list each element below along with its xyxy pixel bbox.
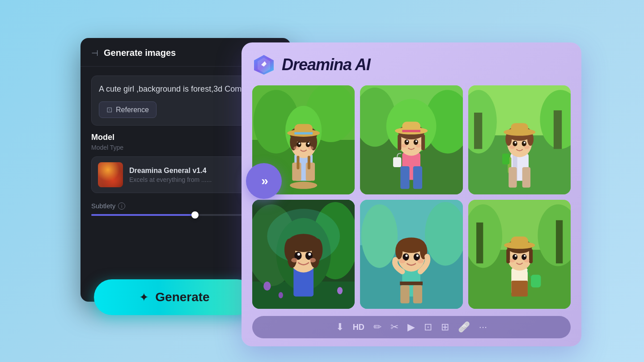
svg-point-132: [524, 259, 529, 262]
svg-rect-33: [413, 166, 422, 189]
reference-button[interactable]: ⊡ Reference: [99, 101, 157, 118]
svg-rect-38: [421, 135, 425, 151]
svg-rect-117: [556, 220, 563, 264]
svg-point-104: [395, 243, 402, 260]
svg-point-42: [405, 139, 409, 145]
crop-icon[interactable]: ⊡: [424, 321, 432, 333]
svg-point-43: [414, 139, 418, 145]
dreamina-logo: [252, 53, 275, 76]
slider-fill: [91, 214, 195, 216]
svg-rect-17: [294, 132, 313, 135]
model-thumbnail: [98, 162, 123, 187]
svg-rect-24: [297, 156, 299, 170]
svg-point-108: [406, 255, 408, 257]
svg-point-91: [263, 282, 271, 290]
svg-point-70: [524, 145, 529, 149]
slider-thumb[interactable]: [191, 211, 199, 219]
svg-point-18: [297, 142, 301, 147]
svg-point-129: [515, 255, 517, 257]
svg-point-47: [416, 144, 421, 147]
svg-point-111: [417, 259, 424, 263]
scene: ⊣ Generate images A cute girl ,backgroun…: [54, 20, 590, 342]
generate-icon: ✦: [139, 290, 149, 304]
more-options-icon[interactable]: ···: [479, 321, 487, 333]
svg-point-44: [407, 140, 408, 142]
dreamina-header: Dreamina AI: [252, 53, 571, 76]
svg-point-21: [308, 143, 309, 144]
right-panel: Dreamina AI: [242, 42, 581, 346]
sidebar-toggle-icon[interactable]: ⊣: [91, 48, 98, 58]
svg-rect-124: [529, 249, 533, 264]
svg-point-46: [402, 144, 407, 147]
svg-rect-53: [554, 110, 562, 149]
generated-image-4[interactable]: [252, 200, 355, 309]
hd-button[interactable]: HD: [353, 323, 364, 332]
magic-eraser-icon[interactable]: ✂: [390, 321, 398, 333]
svg-point-110: [399, 259, 406, 263]
svg-point-19: [306, 142, 310, 147]
svg-point-66: [521, 141, 526, 146]
edit-icon[interactable]: ✏: [373, 321, 381, 333]
arrow-forward-button[interactable]: »: [246, 163, 282, 199]
svg-rect-64: [511, 123, 528, 133]
svg-rect-34: [393, 157, 401, 167]
generated-image-5[interactable]: [360, 200, 462, 309]
svg-rect-123: [506, 249, 510, 264]
svg-point-23: [308, 146, 314, 150]
svg-point-131: [509, 259, 515, 262]
generated-image-3[interactable]: [468, 85, 571, 194]
generate-label: Generate: [155, 290, 209, 304]
image-toolbar: ⬇ HD ✏ ✂ ▶ ⊡ ⊞ 🩹 ···: [252, 316, 571, 338]
dreamina-logo-svg: [253, 54, 275, 76]
svg-rect-37: [398, 135, 401, 151]
svg-rect-25: [308, 156, 310, 170]
svg-point-93: [279, 292, 283, 298]
svg-rect-120: [531, 275, 541, 287]
resize-icon[interactable]: ⊞: [441, 321, 449, 333]
svg-point-90: [309, 258, 316, 262]
svg-rect-71: [502, 154, 509, 164]
svg-rect-116: [476, 223, 483, 263]
svg-point-130: [524, 255, 525, 257]
download-icon[interactable]: ⬇: [336, 321, 344, 333]
svg-point-20: [298, 143, 300, 144]
svg-rect-32: [401, 166, 410, 189]
subtlety-info-icon[interactable]: i: [118, 202, 125, 210]
svg-point-89: [291, 258, 297, 262]
reference-label: Reference: [116, 106, 149, 114]
generate-button[interactable]: ✦ Generate: [94, 279, 255, 315]
panel-title: Generate images: [104, 48, 176, 58]
svg-point-88: [308, 253, 311, 256]
generated-image-2[interactable]: [360, 85, 462, 194]
model-thumb-image: [98, 162, 123, 187]
svg-rect-101: [413, 285, 422, 303]
svg-point-7: [290, 182, 317, 189]
svg-point-87: [297, 253, 300, 256]
bandaid-icon[interactable]: 🩹: [458, 321, 470, 333]
subtlety-label-text: Subtlety: [91, 202, 115, 210]
svg-rect-52: [474, 113, 482, 149]
svg-point-65: [513, 141, 517, 146]
dreamina-title: Dreamina AI: [282, 55, 370, 74]
svg-point-109: [416, 255, 419, 257]
svg-rect-100: [401, 285, 410, 303]
svg-point-92: [337, 287, 343, 294]
svg-rect-119: [511, 281, 528, 297]
generated-image-6[interactable]: [468, 200, 571, 309]
svg-rect-57: [508, 167, 517, 188]
play-icon[interactable]: ▶: [407, 321, 415, 333]
svg-point-68: [523, 142, 525, 143]
arrow-forward-icon: »: [261, 174, 267, 188]
svg-rect-99: [400, 282, 423, 285]
reference-icon: ⊡: [106, 105, 112, 114]
svg-rect-58: [522, 167, 530, 188]
svg-rect-41: [402, 130, 421, 132]
svg-point-67: [514, 142, 516, 143]
svg-point-45: [415, 140, 417, 142]
svg-rect-126: [511, 236, 528, 246]
svg-point-96: [361, 204, 398, 268]
image-grid: [252, 85, 571, 309]
svg-point-69: [509, 145, 515, 149]
svg-point-22: [293, 146, 299, 150]
